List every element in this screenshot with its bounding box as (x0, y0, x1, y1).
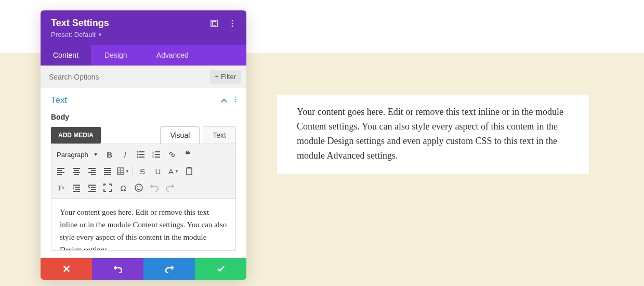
outdent-icon[interactable] (70, 181, 83, 194)
svg-rect-15 (155, 151, 160, 152)
align-justify-icon[interactable] (101, 165, 114, 177)
svg-point-4 (231, 25, 233, 27)
paste-icon[interactable] (183, 165, 195, 177)
editor-content[interactable]: Your content goes here. Edit or remove t… (51, 199, 236, 251)
svg-rect-11 (139, 154, 144, 155)
svg-point-10 (137, 154, 138, 155)
svg-rect-22 (57, 172, 64, 173)
undo-button[interactable] (92, 258, 143, 280)
special-char-icon[interactable]: Ω (117, 181, 129, 194)
svg-rect-26 (73, 172, 80, 173)
svg-rect-43 (75, 187, 80, 188)
collapse-icon[interactable] (221, 96, 227, 105)
svg-point-6 (234, 99, 235, 100)
cancel-button[interactable] (41, 258, 92, 280)
svg-rect-32 (104, 168, 111, 169)
svg-rect-48 (91, 189, 96, 190)
strikethrough-icon[interactable]: S (136, 165, 149, 177)
chevron-down-icon: ▼ (94, 152, 98, 157)
fullscreen-icon[interactable] (101, 181, 114, 194)
svg-point-5 (234, 96, 235, 97)
redo-icon[interactable] (164, 181, 176, 194)
save-button[interactable] (195, 258, 246, 280)
svg-point-12 (137, 157, 138, 158)
tab-content[interactable]: Content (41, 45, 91, 66)
emoji-icon[interactable] (133, 181, 145, 194)
svg-rect-31 (91, 174, 96, 175)
quote-icon[interactable]: ❝ (181, 148, 194, 161)
undo-icon[interactable] (148, 181, 161, 194)
table-icon[interactable]: ▼ (117, 165, 129, 177)
add-media-button[interactable]: ADD MEDIA (51, 127, 101, 144)
svg-text:3: 3 (152, 155, 154, 159)
svg-rect-21 (57, 170, 62, 171)
svg-rect-41 (188, 167, 191, 168)
svg-rect-23 (57, 174, 62, 175)
clear-formatting-icon[interactable]: T× (55, 181, 67, 194)
svg-rect-46 (88, 185, 96, 186)
svg-rect-49 (88, 191, 96, 192)
visual-tab[interactable]: Visual (160, 126, 200, 144)
indent-icon[interactable] (86, 181, 98, 194)
underline-icon[interactable]: U (152, 165, 164, 177)
svg-rect-13 (139, 157, 144, 158)
text-tab[interactable]: Text (203, 126, 236, 144)
more-icon[interactable] (228, 19, 236, 27)
align-right-icon[interactable] (86, 165, 98, 177)
svg-rect-19 (155, 157, 160, 158)
align-left-icon[interactable] (55, 165, 67, 177)
svg-rect-29 (91, 170, 96, 171)
preset-label: Preset: Default (51, 31, 96, 38)
svg-rect-24 (73, 168, 80, 169)
tab-design[interactable]: Design (91, 45, 141, 66)
bullet-list-icon[interactable] (135, 148, 147, 161)
svg-rect-33 (104, 170, 111, 171)
preview-text[interactable]: Your content goes here. Edit or remove t… (297, 105, 569, 163)
align-center-icon[interactable] (70, 165, 83, 177)
modal-title: Text Settings (51, 18, 109, 29)
preset-selector[interactable]: Preset: Default ▼ (51, 31, 236, 38)
svg-rect-17 (155, 154, 160, 155)
filter-label: Filter (221, 73, 236, 81)
search-input[interactable] (46, 71, 210, 83)
text-color-icon[interactable]: A▼ (167, 165, 180, 177)
svg-point-50 (135, 184, 142, 191)
tab-advanced[interactable]: Advanced (141, 45, 204, 66)
section-title: Text (51, 95, 67, 106)
italic-icon[interactable]: I (119, 148, 132, 161)
svg-point-2 (231, 20, 233, 21)
content-preview: Your content goes here. Edit or remove t… (277, 95, 589, 174)
body-label: Body (51, 113, 236, 121)
editor-toolbar: Paragraph ▼ B I 123 ❝ ▼ S U A▼ (51, 144, 236, 199)
chevron-down-icon: ▼ (98, 32, 102, 37)
filter-button[interactable]: + Filter (210, 70, 241, 84)
paragraph-label: Paragraph (57, 151, 88, 159)
svg-point-7 (234, 101, 235, 102)
svg-rect-28 (88, 168, 96, 169)
redo-button[interactable] (143, 258, 195, 280)
bold-icon[interactable]: B (103, 148, 116, 161)
svg-point-8 (137, 151, 138, 153)
svg-point-3 (231, 22, 233, 24)
modal-header: Text Settings Preset: Default ▼ (41, 10, 246, 45)
svg-rect-0 (211, 20, 217, 26)
svg-rect-45 (73, 191, 80, 192)
plus-icon: + (215, 73, 219, 81)
svg-rect-42 (73, 185, 80, 186)
svg-rect-27 (74, 174, 79, 175)
svg-point-51 (137, 186, 138, 187)
text-section: Text Body ADD MEDIA Visual Text Paragra (41, 88, 246, 258)
svg-rect-20 (57, 168, 64, 169)
svg-rect-9 (139, 151, 144, 152)
paragraph-select[interactable]: Paragraph ▼ (55, 150, 100, 160)
link-icon[interactable] (166, 148, 178, 161)
svg-rect-1 (212, 21, 216, 25)
text-settings-modal: Text Settings Preset: Default ▼ Content … (41, 10, 246, 280)
svg-rect-40 (187, 168, 192, 175)
search-row: + Filter (41, 66, 246, 88)
numbered-list-icon[interactable]: 123 (150, 148, 163, 161)
svg-rect-30 (88, 172, 96, 173)
expand-icon[interactable] (210, 19, 218, 27)
section-more-icon[interactable] (234, 96, 236, 105)
svg-point-52 (140, 186, 141, 187)
